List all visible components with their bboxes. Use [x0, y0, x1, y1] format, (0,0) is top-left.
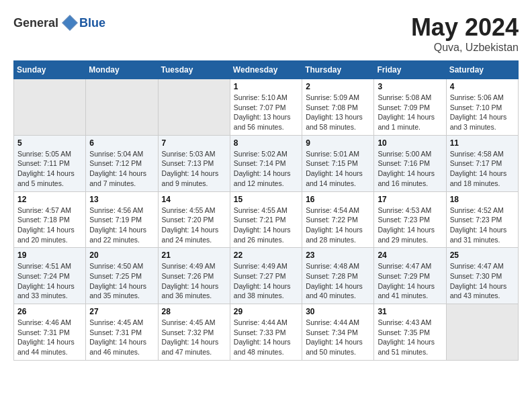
daylight-text: Daylight: 14 hours and 29 minutes. — [378, 225, 442, 244]
day-cell: 8Sunrise: 5:02 AMSunset: 7:14 PMDaylight… — [230, 135, 302, 191]
day-info: Sunrise: 4:57 AMSunset: 7:18 PMDaylight:… — [17, 205, 82, 245]
sunset-text: Sunset: 7:32 PM — [162, 328, 226, 338]
day-info: Sunrise: 5:05 AMSunset: 7:11 PMDaylight:… — [17, 149, 82, 189]
sunrise-text: Sunrise: 4:54 AM — [306, 205, 370, 216]
day-info: Sunrise: 4:56 AMSunset: 7:19 PMDaylight:… — [89, 205, 154, 245]
daylight-text: Daylight: 14 hours and 1 minute. — [378, 112, 442, 132]
day-cell: 10Sunrise: 5:00 AMSunset: 7:16 PMDayligh… — [374, 135, 446, 191]
daylight-text: Daylight: 14 hours and 18 minutes. — [450, 169, 515, 188]
day-info: Sunrise: 5:06 AMSunset: 7:10 PMDaylight:… — [450, 93, 515, 132]
day-number: 9 — [306, 138, 370, 148]
logo-blue: Blue — [79, 16, 105, 30]
day-info: Sunrise: 5:09 AMSunset: 7:08 PMDaylight:… — [306, 93, 370, 132]
sunset-text: Sunset: 7:09 PM — [378, 103, 442, 113]
logo: General Blue — [13, 13, 105, 32]
sunset-text: Sunset: 7:30 PM — [450, 271, 515, 281]
title-block: May 2024 Quva, Uzbekistan — [411, 13, 519, 54]
daylight-text: Daylight: 14 hours and 20 minutes. — [17, 225, 82, 244]
day-info: Sunrise: 4:52 AMSunset: 7:23 PMDaylight:… — [450, 205, 515, 245]
day-number: 18 — [450, 195, 515, 204]
day-cell: 1Sunrise: 5:10 AMSunset: 7:07 PMDaylight… — [230, 79, 302, 136]
daylight-text: Daylight: 14 hours and 40 minutes. — [306, 281, 370, 301]
week-row-3: 12Sunrise: 4:57 AMSunset: 7:18 PMDayligh… — [14, 191, 519, 248]
day-cell: 30Sunrise: 4:44 AMSunset: 7:34 PMDayligh… — [302, 304, 374, 361]
day-cell: 5Sunrise: 5:05 AMSunset: 7:11 PMDaylight… — [14, 135, 86, 191]
daylight-text: Daylight: 14 hours and 33 minutes. — [17, 281, 82, 301]
day-cell: 9Sunrise: 5:01 AMSunset: 7:15 PMDaylight… — [302, 135, 374, 191]
col-header-monday: Monday — [86, 61, 158, 79]
col-header-sunday: Sunday — [14, 61, 86, 79]
day-cell: 7Sunrise: 5:03 AMSunset: 7:13 PMDaylight… — [158, 135, 230, 191]
sunrise-text: Sunrise: 5:09 AM — [306, 93, 370, 103]
day-number: 29 — [234, 307, 298, 316]
col-header-friday: Friday — [374, 61, 446, 79]
day-cell: 2Sunrise: 5:09 AMSunset: 7:08 PMDaylight… — [302, 79, 374, 136]
daylight-text: Daylight: 14 hours and 7 minutes. — [89, 169, 154, 188]
sunrise-text: Sunrise: 4:47 AM — [450, 261, 515, 271]
day-cell — [86, 79, 158, 136]
daylight-text: Daylight: 14 hours and 24 minutes. — [162, 225, 226, 244]
day-info: Sunrise: 4:49 AMSunset: 7:26 PMDaylight:… — [162, 261, 226, 301]
sunset-text: Sunset: 7:10 PM — [450, 103, 515, 113]
sunset-text: Sunset: 7:17 PM — [450, 158, 515, 169]
day-cell — [14, 79, 86, 136]
week-row-1: 1Sunrise: 5:10 AMSunset: 7:07 PMDaylight… — [14, 79, 519, 136]
day-info: Sunrise: 4:50 AMSunset: 7:25 PMDaylight:… — [89, 261, 154, 301]
day-info: Sunrise: 5:03 AMSunset: 7:13 PMDaylight:… — [162, 149, 226, 189]
day-info: Sunrise: 4:49 AMSunset: 7:27 PMDaylight:… — [234, 261, 298, 301]
day-number: 3 — [378, 82, 442, 91]
daylight-text: Daylight: 14 hours and 9 minutes. — [162, 169, 226, 188]
day-info: Sunrise: 4:45 AMSunset: 7:31 PMDaylight:… — [89, 318, 154, 357]
daylight-text: Daylight: 14 hours and 46 minutes. — [89, 337, 154, 357]
day-cell: 15Sunrise: 4:55 AMSunset: 7:21 PMDayligh… — [230, 191, 302, 248]
sunrise-text: Sunrise: 5:10 AM — [234, 93, 298, 103]
day-cell: 20Sunrise: 4:50 AMSunset: 7:25 PMDayligh… — [86, 248, 158, 304]
logo-icon — [60, 13, 79, 32]
sunrise-text: Sunrise: 5:08 AM — [378, 93, 442, 103]
day-number: 24 — [378, 250, 442, 260]
day-number: 30 — [306, 307, 370, 316]
sunrise-text: Sunrise: 5:05 AM — [17, 149, 82, 159]
day-cell: 3Sunrise: 5:08 AMSunset: 7:09 PMDaylight… — [374, 79, 446, 136]
sunrise-text: Sunrise: 4:47 AM — [378, 261, 442, 271]
day-cell: 19Sunrise: 4:51 AMSunset: 7:24 PMDayligh… — [14, 248, 86, 304]
day-info: Sunrise: 4:55 AMSunset: 7:21 PMDaylight:… — [234, 205, 298, 245]
day-number: 17 — [378, 195, 442, 204]
sunrise-text: Sunrise: 4:55 AM — [162, 205, 226, 216]
day-number: 11 — [450, 138, 515, 148]
sunset-text: Sunset: 7:28 PM — [306, 271, 370, 281]
sunrise-text: Sunrise: 5:01 AM — [306, 149, 370, 159]
sunrise-text: Sunrise: 4:53 AM — [378, 205, 442, 216]
sunrise-text: Sunrise: 4:45 AM — [162, 318, 226, 328]
sunrise-text: Sunrise: 4:44 AM — [306, 318, 370, 328]
week-row-5: 26Sunrise: 4:46 AMSunset: 7:31 PMDayligh… — [14, 304, 519, 361]
day-cell: 6Sunrise: 5:04 AMSunset: 7:12 PMDaylight… — [86, 135, 158, 191]
day-cell — [158, 79, 230, 136]
daylight-text: Daylight: 14 hours and 36 minutes. — [162, 281, 226, 301]
sunset-text: Sunset: 7:15 PM — [306, 158, 370, 169]
day-number: 13 — [89, 195, 154, 204]
week-row-2: 5Sunrise: 5:05 AMSunset: 7:11 PMDaylight… — [14, 135, 519, 191]
day-number: 15 — [234, 195, 298, 204]
sunset-text: Sunset: 7:31 PM — [89, 328, 154, 338]
sunrise-text: Sunrise: 4:48 AM — [306, 261, 370, 271]
sunset-text: Sunset: 7:11 PM — [17, 158, 82, 169]
daylight-text: Daylight: 14 hours and 38 minutes. — [234, 281, 298, 301]
month-title: May 2024 — [411, 13, 519, 42]
sunset-text: Sunset: 7:24 PM — [17, 271, 82, 281]
day-info: Sunrise: 5:08 AMSunset: 7:09 PMDaylight:… — [378, 93, 442, 132]
day-cell: 25Sunrise: 4:47 AMSunset: 7:30 PMDayligh… — [446, 248, 518, 304]
daylight-text: Daylight: 14 hours and 16 minutes. — [378, 169, 442, 188]
day-cell: 12Sunrise: 4:57 AMSunset: 7:18 PMDayligh… — [14, 191, 86, 248]
sunrise-text: Sunrise: 4:56 AM — [89, 205, 154, 216]
sunset-text: Sunset: 7:27 PM — [234, 271, 298, 281]
day-info: Sunrise: 5:00 AMSunset: 7:16 PMDaylight:… — [378, 149, 442, 189]
day-number: 16 — [306, 195, 370, 204]
day-number: 22 — [234, 250, 298, 260]
sunrise-text: Sunrise: 4:57 AM — [17, 205, 82, 216]
day-number: 25 — [450, 250, 515, 260]
sunset-text: Sunset: 7:31 PM — [17, 328, 82, 338]
sunset-text: Sunset: 7:29 PM — [378, 271, 442, 281]
day-number: 27 — [89, 307, 154, 316]
day-cell: 27Sunrise: 4:45 AMSunset: 7:31 PMDayligh… — [86, 304, 158, 361]
